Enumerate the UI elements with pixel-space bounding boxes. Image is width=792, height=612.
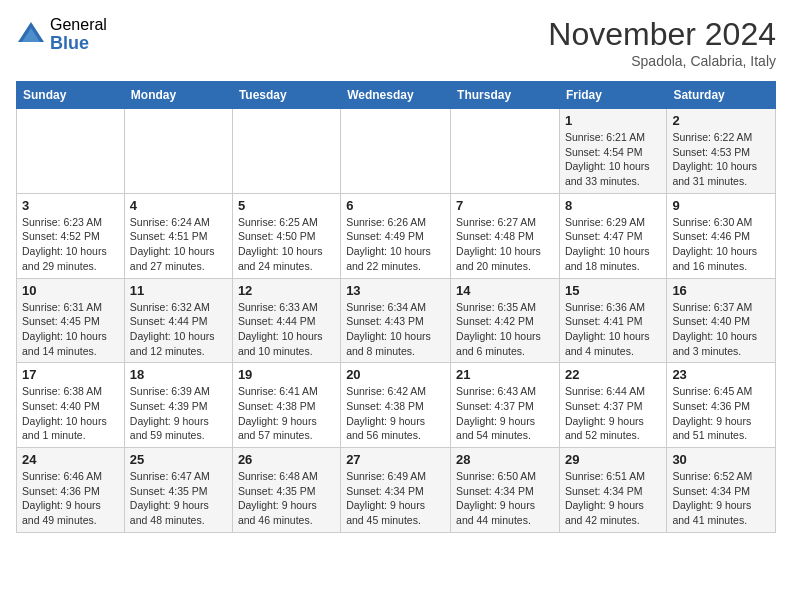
logo-blue: Blue <box>50 34 107 54</box>
column-header-saturday: Saturday <box>667 82 776 109</box>
day-info: Sunrise: 6:49 AM Sunset: 4:34 PM Dayligh… <box>346 469 445 528</box>
day-info: Sunrise: 6:24 AM Sunset: 4:51 PM Dayligh… <box>130 215 227 274</box>
day-number: 4 <box>130 198 227 213</box>
day-cell: 21Sunrise: 6:43 AM Sunset: 4:37 PM Dayli… <box>451 363 560 448</box>
day-number: 19 <box>238 367 335 382</box>
column-header-friday: Friday <box>559 82 666 109</box>
day-cell: 5Sunrise: 6:25 AM Sunset: 4:50 PM Daylig… <box>232 193 340 278</box>
day-number: 26 <box>238 452 335 467</box>
day-cell: 3Sunrise: 6:23 AM Sunset: 4:52 PM Daylig… <box>17 193 125 278</box>
day-info: Sunrise: 6:44 AM Sunset: 4:37 PM Dayligh… <box>565 384 661 443</box>
header-row: SundayMondayTuesdayWednesdayThursdayFrid… <box>17 82 776 109</box>
day-number: 29 <box>565 452 661 467</box>
day-info: Sunrise: 6:22 AM Sunset: 4:53 PM Dayligh… <box>672 130 770 189</box>
column-header-wednesday: Wednesday <box>341 82 451 109</box>
day-number: 18 <box>130 367 227 382</box>
day-number: 16 <box>672 283 770 298</box>
day-cell <box>124 109 232 194</box>
day-number: 21 <box>456 367 554 382</box>
day-info: Sunrise: 6:46 AM Sunset: 4:36 PM Dayligh… <box>22 469 119 528</box>
day-cell: 19Sunrise: 6:41 AM Sunset: 4:38 PM Dayli… <box>232 363 340 448</box>
week-row: 10Sunrise: 6:31 AM Sunset: 4:45 PM Dayli… <box>17 278 776 363</box>
day-number: 6 <box>346 198 445 213</box>
day-info: Sunrise: 6:39 AM Sunset: 4:39 PM Dayligh… <box>130 384 227 443</box>
day-cell: 8Sunrise: 6:29 AM Sunset: 4:47 PM Daylig… <box>559 193 666 278</box>
column-header-tuesday: Tuesday <box>232 82 340 109</box>
column-header-thursday: Thursday <box>451 82 560 109</box>
logo-text: General Blue <box>50 16 107 53</box>
day-number: 24 <box>22 452 119 467</box>
page-header: General Blue November 2024 Spadola, Cala… <box>16 16 776 69</box>
day-info: Sunrise: 6:34 AM Sunset: 4:43 PM Dayligh… <box>346 300 445 359</box>
day-cell: 25Sunrise: 6:47 AM Sunset: 4:35 PM Dayli… <box>124 448 232 533</box>
day-info: Sunrise: 6:33 AM Sunset: 4:44 PM Dayligh… <box>238 300 335 359</box>
day-cell: 14Sunrise: 6:35 AM Sunset: 4:42 PM Dayli… <box>451 278 560 363</box>
day-cell: 11Sunrise: 6:32 AM Sunset: 4:44 PM Dayli… <box>124 278 232 363</box>
month-title: November 2024 <box>548 16 776 53</box>
day-cell: 20Sunrise: 6:42 AM Sunset: 4:38 PM Dayli… <box>341 363 451 448</box>
day-info: Sunrise: 6:21 AM Sunset: 4:54 PM Dayligh… <box>565 130 661 189</box>
day-number: 3 <box>22 198 119 213</box>
day-info: Sunrise: 6:47 AM Sunset: 4:35 PM Dayligh… <box>130 469 227 528</box>
day-info: Sunrise: 6:30 AM Sunset: 4:46 PM Dayligh… <box>672 215 770 274</box>
week-row: 1Sunrise: 6:21 AM Sunset: 4:54 PM Daylig… <box>17 109 776 194</box>
day-info: Sunrise: 6:41 AM Sunset: 4:38 PM Dayligh… <box>238 384 335 443</box>
day-cell: 13Sunrise: 6:34 AM Sunset: 4:43 PM Dayli… <box>341 278 451 363</box>
day-cell: 27Sunrise: 6:49 AM Sunset: 4:34 PM Dayli… <box>341 448 451 533</box>
day-number: 28 <box>456 452 554 467</box>
day-cell <box>341 109 451 194</box>
day-cell: 15Sunrise: 6:36 AM Sunset: 4:41 PM Dayli… <box>559 278 666 363</box>
day-cell: 9Sunrise: 6:30 AM Sunset: 4:46 PM Daylig… <box>667 193 776 278</box>
day-number: 30 <box>672 452 770 467</box>
day-cell: 2Sunrise: 6:22 AM Sunset: 4:53 PM Daylig… <box>667 109 776 194</box>
day-cell: 4Sunrise: 6:24 AM Sunset: 4:51 PM Daylig… <box>124 193 232 278</box>
logo: General Blue <box>16 16 107 53</box>
day-number: 7 <box>456 198 554 213</box>
day-cell <box>17 109 125 194</box>
day-cell: 17Sunrise: 6:38 AM Sunset: 4:40 PM Dayli… <box>17 363 125 448</box>
day-number: 2 <box>672 113 770 128</box>
day-info: Sunrise: 6:48 AM Sunset: 4:35 PM Dayligh… <box>238 469 335 528</box>
day-cell: 23Sunrise: 6:45 AM Sunset: 4:36 PM Dayli… <box>667 363 776 448</box>
day-info: Sunrise: 6:36 AM Sunset: 4:41 PM Dayligh… <box>565 300 661 359</box>
day-number: 9 <box>672 198 770 213</box>
day-cell: 6Sunrise: 6:26 AM Sunset: 4:49 PM Daylig… <box>341 193 451 278</box>
day-number: 11 <box>130 283 227 298</box>
day-info: Sunrise: 6:51 AM Sunset: 4:34 PM Dayligh… <box>565 469 661 528</box>
day-info: Sunrise: 6:45 AM Sunset: 4:36 PM Dayligh… <box>672 384 770 443</box>
day-cell: 26Sunrise: 6:48 AM Sunset: 4:35 PM Dayli… <box>232 448 340 533</box>
day-cell: 28Sunrise: 6:50 AM Sunset: 4:34 PM Dayli… <box>451 448 560 533</box>
day-number: 22 <box>565 367 661 382</box>
day-number: 12 <box>238 283 335 298</box>
day-number: 5 <box>238 198 335 213</box>
day-info: Sunrise: 6:52 AM Sunset: 4:34 PM Dayligh… <box>672 469 770 528</box>
day-cell: 12Sunrise: 6:33 AM Sunset: 4:44 PM Dayli… <box>232 278 340 363</box>
day-number: 20 <box>346 367 445 382</box>
day-info: Sunrise: 6:50 AM Sunset: 4:34 PM Dayligh… <box>456 469 554 528</box>
day-number: 13 <box>346 283 445 298</box>
calendar-table: SundayMondayTuesdayWednesdayThursdayFrid… <box>16 81 776 533</box>
day-cell: 16Sunrise: 6:37 AM Sunset: 4:40 PM Dayli… <box>667 278 776 363</box>
day-number: 25 <box>130 452 227 467</box>
day-info: Sunrise: 6:38 AM Sunset: 4:40 PM Dayligh… <box>22 384 119 443</box>
day-cell <box>232 109 340 194</box>
day-number: 1 <box>565 113 661 128</box>
day-info: Sunrise: 6:32 AM Sunset: 4:44 PM Dayligh… <box>130 300 227 359</box>
day-number: 8 <box>565 198 661 213</box>
day-info: Sunrise: 6:29 AM Sunset: 4:47 PM Dayligh… <box>565 215 661 274</box>
location: Spadola, Calabria, Italy <box>548 53 776 69</box>
day-number: 14 <box>456 283 554 298</box>
day-info: Sunrise: 6:25 AM Sunset: 4:50 PM Dayligh… <box>238 215 335 274</box>
day-number: 15 <box>565 283 661 298</box>
day-cell: 22Sunrise: 6:44 AM Sunset: 4:37 PM Dayli… <box>559 363 666 448</box>
logo-icon <box>16 20 46 50</box>
day-cell: 7Sunrise: 6:27 AM Sunset: 4:48 PM Daylig… <box>451 193 560 278</box>
day-info: Sunrise: 6:37 AM Sunset: 4:40 PM Dayligh… <box>672 300 770 359</box>
day-info: Sunrise: 6:31 AM Sunset: 4:45 PM Dayligh… <box>22 300 119 359</box>
column-header-sunday: Sunday <box>17 82 125 109</box>
day-cell: 1Sunrise: 6:21 AM Sunset: 4:54 PM Daylig… <box>559 109 666 194</box>
week-row: 24Sunrise: 6:46 AM Sunset: 4:36 PM Dayli… <box>17 448 776 533</box>
day-cell: 18Sunrise: 6:39 AM Sunset: 4:39 PM Dayli… <box>124 363 232 448</box>
day-info: Sunrise: 6:23 AM Sunset: 4:52 PM Dayligh… <box>22 215 119 274</box>
day-info: Sunrise: 6:35 AM Sunset: 4:42 PM Dayligh… <box>456 300 554 359</box>
